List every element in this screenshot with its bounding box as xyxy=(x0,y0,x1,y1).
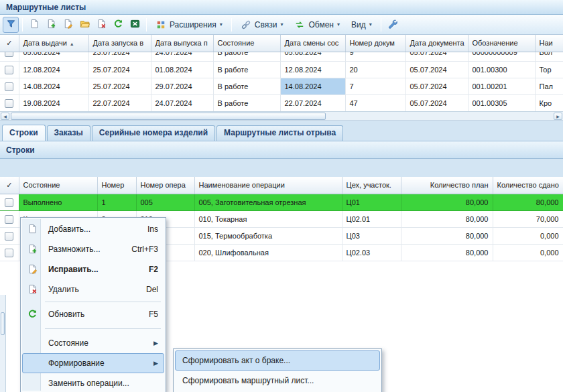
table-row[interactable]: 05.08.2024 23.07.2024 24.07.2024 В работ… xyxy=(0,52,563,61)
cell[interactable]: 80,000 xyxy=(493,194,563,210)
cell[interactable]: 9 xyxy=(345,52,405,61)
cell[interactable]: 005, Заготовительная отрезная xyxy=(194,194,342,210)
cell[interactable]: Кро xyxy=(535,94,563,111)
column-header[interactable]: Номер xyxy=(97,177,136,194)
table-row[interactable]: 14.08.2024 25.07.2024 29.07.2024 В работ… xyxy=(0,78,563,94)
cell[interactable]: 80,000 xyxy=(401,210,493,227)
menu-item-refresh[interactable]: Обновить F5 xyxy=(22,304,164,324)
cell[interactable]: 00000000009 xyxy=(468,52,535,61)
refresh-button[interactable] xyxy=(110,17,126,33)
row-checkbox[interactable] xyxy=(5,249,13,257)
menu-item-state[interactable]: Состояние ▶ xyxy=(22,333,164,353)
cell[interactable]: 19.08.2024 xyxy=(19,94,88,111)
column-header[interactable]: Номер опера xyxy=(136,177,194,194)
cell[interactable]: 020, Шлифовальная xyxy=(194,244,342,261)
menu-item-add[interactable]: Добавить... Ins xyxy=(22,219,164,239)
tab-zakazy[interactable]: Заказы xyxy=(47,125,90,141)
scrollbar-thumb[interactable] xyxy=(11,113,326,120)
cell[interactable]: Выполнено xyxy=(19,194,97,210)
menu-item-replace-operations[interactable]: Заменить операции... xyxy=(22,373,164,392)
menu-item-edit[interactable]: Исправить... F2 xyxy=(22,259,164,279)
checkbox-cell[interactable] xyxy=(0,78,19,94)
checkbox-cell[interactable] xyxy=(0,210,19,227)
exchange-menu-button[interactable]: Обмен ▾ xyxy=(289,17,345,33)
cell[interactable]: 80,000 xyxy=(401,194,493,210)
cell[interactable]: В работе xyxy=(213,61,280,78)
cell[interactable]: 29.07.2024 xyxy=(151,78,213,94)
cell[interactable]: 0,000 xyxy=(493,244,563,261)
row-checkbox[interactable] xyxy=(5,52,13,57)
cell[interactable]: 010, Токарная xyxy=(194,210,342,227)
table-row[interactable]: 12.08.2024 25.07.2024 01.08.2024 В работ… xyxy=(0,61,563,78)
cell[interactable]: 05.07.2024 xyxy=(405,61,468,78)
cell[interactable]: Ц03 xyxy=(342,227,401,244)
cell[interactable]: 05.08.2024 xyxy=(280,52,345,61)
column-header[interactable]: Количество сдано xyxy=(493,177,563,194)
excel-export-button[interactable] xyxy=(127,17,143,33)
checkbox-cell[interactable] xyxy=(0,244,19,261)
cell[interactable]: Ц02.01 xyxy=(342,210,401,227)
extensions-menu-button[interactable]: Расширения ▾ xyxy=(150,17,228,33)
cell[interactable]: 23.07.2024 xyxy=(88,52,151,61)
edit-document-button[interactable] xyxy=(60,17,76,33)
selected-cell[interactable]: 14.08.2024 xyxy=(280,78,345,94)
select-all-header[interactable]: ✓ xyxy=(0,177,19,194)
cell[interactable]: 24.07.2024 xyxy=(151,94,213,111)
column-header[interactable]: Наименование операции xyxy=(194,177,342,194)
tab-route-sheets-tear-off[interactable]: Маршрутные листы отрыва xyxy=(216,125,343,141)
scroll-right-button[interactable]: ▶ xyxy=(554,113,562,120)
cell[interactable]: В работе xyxy=(213,94,280,111)
cell[interactable]: 25.07.2024 xyxy=(88,78,151,94)
cell[interactable]: 22.07.2024 xyxy=(280,94,345,111)
cell[interactable]: 20 xyxy=(345,61,405,78)
horizontal-scrollbar[interactable]: ◀ ▶ xyxy=(0,111,563,121)
checkbox-cell[interactable] xyxy=(0,194,19,210)
menu-item-duplicate[interactable]: Размножить... Ctrl+F3 xyxy=(22,239,164,259)
cell[interactable]: 80,000 xyxy=(401,227,493,244)
submenu-item-defect-act[interactable]: Сформировать акт о браке... xyxy=(175,350,380,371)
checkbox-cell[interactable] xyxy=(0,61,19,78)
view-menu-button[interactable]: Вид ▾ xyxy=(346,17,377,33)
scroll-left-button[interactable]: ◀ xyxy=(1,113,9,120)
tab-stroki[interactable]: Строки xyxy=(2,125,46,141)
cell[interactable]: 005 xyxy=(136,194,194,210)
cell[interactable]: Ц02.03 xyxy=(342,244,401,261)
row-checkbox[interactable] xyxy=(5,232,13,241)
table-row-done[interactable]: Выполнено 1 005 005, Заготовительная отр… xyxy=(0,194,563,210)
cell[interactable]: 25.07.2024 xyxy=(88,61,151,78)
column-header[interactable]: Количество план xyxy=(401,177,493,194)
cell[interactable]: 12.08.2024 xyxy=(280,61,345,78)
column-header[interactable]: Состояние xyxy=(19,177,97,194)
column-header[interactable]: Дата смены сос xyxy=(280,35,345,52)
cell[interactable]: 70,000 xyxy=(493,210,563,227)
cell[interactable]: Пал xyxy=(535,78,563,94)
cell[interactable]: 14.08.2024 xyxy=(19,78,88,94)
cell[interactable]: Тор xyxy=(535,61,563,78)
submenu-item-route-sheet[interactable]: Сформировать маршрутный лист... xyxy=(175,371,380,391)
delete-document-button[interactable] xyxy=(93,17,109,33)
links-menu-button[interactable]: Связи ▾ xyxy=(235,17,289,33)
cell[interactable]: 7 xyxy=(345,78,405,94)
row-checkbox[interactable] xyxy=(5,215,13,224)
vertical-scrollbar[interactable] xyxy=(0,295,6,392)
checkbox-cell[interactable] xyxy=(0,94,19,111)
column-header[interactable]: Наи xyxy=(535,35,563,52)
cell[interactable]: Вол xyxy=(535,52,563,61)
cell[interactable]: 05.07.2024 xyxy=(405,78,468,94)
cell[interactable]: 0,000 xyxy=(493,227,563,244)
new-document-button[interactable] xyxy=(26,17,42,33)
scrollbar-thumb[interactable] xyxy=(1,312,5,335)
filter-button[interactable] xyxy=(3,17,19,33)
column-header[interactable]: Дата документа xyxy=(405,35,468,52)
cell[interactable]: В работе xyxy=(213,78,280,94)
column-header[interactable]: Дата выдачи▲ xyxy=(19,35,88,52)
row-checkbox[interactable] xyxy=(5,66,13,74)
cell[interactable]: 1 xyxy=(97,194,136,210)
cell[interactable]: 015, Термообработка xyxy=(194,227,342,244)
select-all-header[interactable]: ✓ xyxy=(0,35,19,52)
row-checkbox[interactable] xyxy=(5,99,13,108)
menu-item-formation[interactable]: Формирование ▶ xyxy=(22,353,164,373)
cell[interactable]: 22.07.2024 xyxy=(88,94,151,111)
row-checkbox[interactable] xyxy=(5,198,13,207)
cell[interactable]: Ц01 xyxy=(342,194,401,210)
